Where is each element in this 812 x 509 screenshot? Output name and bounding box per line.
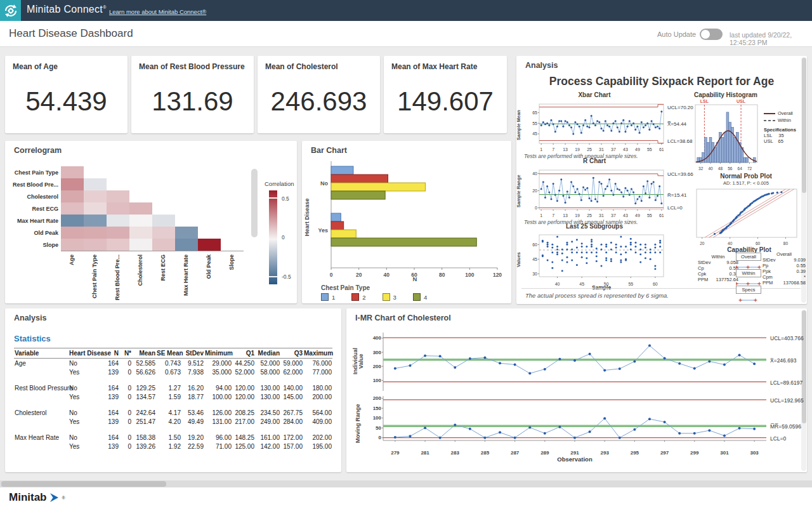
- statistics-data-table: VariableHeart DiseaseNN*MeanSE MeanStDev…: [14, 348, 332, 451]
- legend-swatch: [351, 293, 359, 301]
- table-row: Yes1390251.474.2049.49131.00217.00249.00…: [14, 417, 332, 426]
- svg-text:285: 285: [481, 450, 490, 456]
- column-header: N*: [119, 348, 132, 359]
- capability-plot-item: PPM: [698, 277, 713, 282]
- capability-plot-item: Overall: [763, 251, 806, 257]
- svg-text:43: 43: [623, 147, 628, 152]
- capability-plot-item: *: [778, 274, 806, 280]
- column-header: Median: [255, 348, 280, 359]
- heatmap-cell: [198, 239, 221, 251]
- svg-text:100: 100: [373, 415, 382, 421]
- horizontal-scrollbar-thumb[interactable]: [1, 481, 166, 487]
- xbar-chart: 17131925313743495561455565: [524, 100, 665, 155]
- minitab-arrow-icon: [49, 492, 60, 503]
- svg-text:299: 299: [690, 450, 699, 456]
- x-axis-line: [61, 251, 244, 251]
- bar-chart-panel: Bar Chart Heart Disease NoYes02040608010…: [302, 141, 511, 303]
- legend-item: 2: [351, 293, 365, 301]
- statistics-panel: Analysis Statistics VariableHeart Diseas…: [5, 308, 341, 472]
- svg-text:7: 7: [552, 147, 554, 152]
- bar-x-axis-label: N: [331, 275, 499, 282]
- capability-plot-item: Cp: [698, 265, 713, 271]
- svg-text:25: 25: [587, 213, 592, 218]
- heatmap-cell: [61, 215, 84, 227]
- capability-plot-item: 0.55: [713, 265, 738, 271]
- svg-text:45: 45: [532, 257, 537, 261]
- learn-more-link[interactable]: Learn more about Minitab Connect®: [109, 8, 206, 15]
- bar-y-axis-label: Heart Disease: [304, 179, 310, 255]
- svg-text:37: 37: [611, 213, 616, 218]
- sixpack-report-title: Process Capability Sixpack Report for Ag…: [516, 75, 807, 88]
- heatmap-cell: [175, 227, 198, 239]
- capability-plot-item: 0.39: [713, 271, 738, 277]
- minitab-footer-logo: Minitab ®: [9, 491, 65, 504]
- correlation-legend-title: Correlation: [265, 180, 294, 187]
- sixpack-footnote: The actual process spread is represented…: [525, 292, 669, 299]
- heatmap-cell: [84, 178, 107, 190]
- panel-scrollbar-thumb[interactable]: [802, 58, 806, 193]
- svg-text:0: 0: [535, 206, 537, 210]
- capability-plot-item: Specs: [736, 286, 761, 294]
- correlogram-col-label: Age: [69, 255, 75, 265]
- heatmap-cell: [84, 239, 107, 251]
- heatmap-cell: [152, 215, 175, 227]
- kpi-label: Mean of Max Heart Rate: [391, 62, 477, 71]
- svg-text:55: 55: [647, 213, 652, 218]
- capability-plot-item: 0.39: [778, 268, 806, 274]
- histogram-legend: Overall Within Specifications LSL35 USL6…: [764, 110, 796, 144]
- statistics-subtitle: Statistics: [14, 334, 51, 343]
- svg-text:Yes: Yes: [318, 227, 328, 234]
- bar-legend-title: Chest Pain Type: [321, 284, 370, 291]
- legend-within: Within: [778, 117, 791, 123]
- legend-swatch: [383, 293, 390, 301]
- control-limit-label: R̄=15.41: [667, 192, 686, 198]
- correlogram-col-label: Chest Pain Type: [91, 255, 98, 298]
- column-header: Minimum: [204, 348, 232, 359]
- control-limit-label: X̄=246.693: [770, 357, 796, 364]
- svg-text:13: 13: [563, 147, 568, 152]
- last25-x-axis-label: Sample: [539, 284, 664, 291]
- svg-text:303: 303: [750, 450, 759, 456]
- svg-text:25: 25: [587, 147, 592, 152]
- statistics-table: VariableHeart DiseaseNN*MeanSE MeanStDev…: [14, 348, 332, 451]
- panel-title: Analysis: [525, 61, 558, 70]
- svg-text:55: 55: [532, 121, 537, 126]
- capability-plot-item: Ppk: [763, 268, 778, 274]
- svg-text:297: 297: [660, 450, 669, 456]
- svg-text:LSL: LSL: [700, 99, 709, 103]
- svg-text:13: 13: [563, 213, 568, 218]
- heatmap-cell: [129, 239, 152, 251]
- kpi-card-mean-max-hr: Mean of Max Heart Rate 149.607: [384, 56, 507, 133]
- control-limit-label: UCL=39.66: [667, 171, 693, 177]
- last25-y-axis-label: Values: [516, 239, 521, 281]
- top-bar: Minitab Connect® Learn more about Minita…: [0, 0, 812, 21]
- svg-text:200: 200: [373, 364, 382, 369]
- control-limit-label: X̿=54.44: [667, 121, 686, 127]
- bar-chart: NoYes020406080100120: [312, 159, 502, 283]
- legend-tick-label: 0: [282, 234, 285, 241]
- legend-swatch: [413, 293, 421, 301]
- moving-range-axis-label: Moving Range: [355, 395, 361, 452]
- control-limit-label: UCL=403.766: [770, 335, 804, 341]
- heatmap-cell: [107, 227, 129, 239]
- app-root: Minitab Connect® Learn more about Minita…: [0, 0, 812, 509]
- panel-title: Correlogram: [14, 146, 62, 155]
- control-limit-label: LCL=38.68: [667, 138, 692, 144]
- kpi-value: 131.69: [131, 86, 254, 117]
- last25-chart: 4045505560304560: [524, 231, 665, 289]
- svg-text:43: 43: [623, 213, 628, 218]
- control-limit-label: UCL=192.965: [770, 397, 804, 404]
- panel-scrollbar-thumb[interactable]: [802, 310, 806, 423]
- capability-plot-item: 0.55: [778, 263, 806, 268]
- correlogram-scrollbar-thumb[interactable]: [251, 169, 258, 237]
- svg-text:49: 49: [635, 147, 640, 152]
- correlogram-panel: Correlogram Chest Pain TypeRest Blood Pr…: [5, 141, 297, 303]
- legend-item: 3: [383, 293, 396, 301]
- kpi-value: 54.439: [5, 86, 128, 117]
- auto-update-toggle[interactable]: [700, 29, 723, 40]
- svg-text:80: 80: [783, 241, 789, 246]
- kpi-value: 246.693: [258, 86, 380, 117]
- svg-text:100: 100: [373, 378, 382, 383]
- panel-scrollbar-track: [801, 310, 806, 471]
- svg-text:64: 64: [738, 166, 743, 171]
